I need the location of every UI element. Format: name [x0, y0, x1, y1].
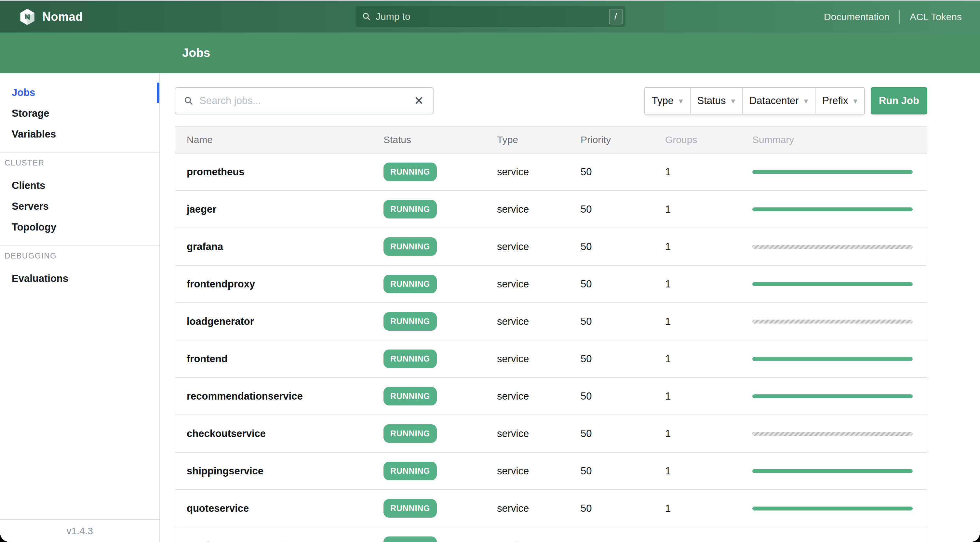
app-navbar: Nomad / Documentation ACL Tokens	[0, 1, 980, 32]
sidebar-item-label: Servers	[12, 200, 49, 212]
brand-name: Nomad	[42, 10, 83, 24]
facet-button-status[interactable]: Status▾	[690, 88, 742, 114]
sidebar-divider	[0, 152, 159, 153]
table-row[interactable]: quoteservice RUNNING service 50 1	[175, 490, 927, 528]
nav-link-acl-tokens[interactable]: ACL Tokens	[910, 11, 962, 22]
job-priority: 50	[569, 241, 654, 253]
job-groups: 1	[654, 391, 741, 402]
status-badge: RUNNING	[383, 387, 437, 405]
column-header-type[interactable]: Type	[485, 134, 569, 145]
job-type: service	[485, 316, 569, 327]
job-name[interactable]: jaeger	[175, 203, 372, 215]
nomad-logo-icon	[19, 8, 35, 25]
sidebar: JobsStorageVariables CLUSTERClientsServe…	[0, 73, 160, 542]
table-row[interactable]: frontend RUNNING service 50 1	[175, 340, 927, 378]
job-name[interactable]: productcatalogservice	[175, 540, 372, 542]
job-name[interactable]: prometheus	[175, 166, 372, 178]
status-badge: RUNNING	[383, 275, 437, 293]
job-priority: 50	[569, 353, 654, 365]
summary-bar	[752, 282, 913, 286]
page-title: Jobs	[182, 46, 210, 60]
sidebar-item-topology[interactable]: Topology	[0, 217, 159, 238]
job-priority: 50	[569, 203, 654, 215]
facet-button-prefix[interactable]: Prefix▾	[815, 88, 864, 114]
summary-bar	[752, 245, 913, 249]
table-row[interactable]: recommendationservice RUNNING service 50…	[175, 378, 927, 415]
sidebar-item-clients[interactable]: Clients	[0, 175, 159, 196]
status-badge: RUNNING	[383, 237, 437, 256]
job-priority: 50	[569, 391, 654, 402]
table-row[interactable]: productcatalogservice RUNNING service 50…	[175, 528, 927, 542]
table-row[interactable]: shippingservice RUNNING service 50 1	[175, 453, 927, 490]
job-groups: 1	[654, 278, 741, 290]
column-header-name[interactable]: Name	[175, 134, 372, 145]
job-priority: 50	[569, 316, 654, 327]
facet-label: Type	[652, 95, 674, 106]
sidebar-item-servers[interactable]: Servers	[0, 196, 159, 217]
job-groups: 1	[654, 203, 741, 215]
sidebar-section-label-debugging: DEBUGGING	[0, 251, 159, 261]
table-row[interactable]: loadgenerator RUNNING service 50 1	[175, 303, 927, 340]
summary-bar	[752, 394, 913, 398]
job-name[interactable]: quoteservice	[175, 503, 372, 514]
caret-down-icon: ▾	[853, 96, 858, 106]
status-badge: RUNNING	[383, 499, 437, 518]
job-type: service	[485, 465, 569, 477]
active-indicator	[157, 83, 159, 103]
table-row[interactable]: grafana RUNNING service 50 1	[175, 228, 927, 265]
job-priority: 50	[569, 278, 654, 290]
jobs-toolbar: ✕ Type▾Status▾Datacenter▾Prefix▾ Run Job	[175, 87, 927, 114]
sidebar-item-label: Jobs	[12, 87, 35, 99]
summary-bar	[752, 319, 913, 324]
column-header-priority[interactable]: Priority	[569, 134, 654, 145]
sidebar-item-variables[interactable]: Variables	[0, 124, 159, 145]
column-header-groups: Groups	[654, 134, 741, 145]
job-priority: 50	[569, 540, 654, 542]
job-name[interactable]: frontendproxy	[175, 278, 372, 290]
summary-bar	[752, 207, 913, 211]
search-icon	[362, 12, 371, 21]
facet-button-type[interactable]: Type▾	[645, 88, 690, 114]
table-row[interactable]: prometheus RUNNING service 50 1	[175, 153, 927, 191]
sidebar-item-label: Storage	[12, 108, 49, 119]
job-name[interactable]: grafana	[175, 241, 372, 253]
job-name[interactable]: recommendationservice	[175, 391, 372, 402]
table-row[interactable]: jaeger RUNNING service 50 1	[175, 191, 927, 228]
caret-down-icon: ▾	[731, 96, 735, 106]
run-job-button[interactable]: Run Job	[871, 87, 927, 114]
table-row[interactable]: frontendproxy RUNNING service 50 1	[175, 265, 927, 303]
nomad-home-link[interactable]: Nomad	[19, 8, 83, 25]
job-name[interactable]: frontend	[175, 353, 372, 365]
table-row[interactable]: checkoutservice RUNNING service 50 1	[175, 415, 927, 453]
job-type: service	[485, 540, 569, 542]
status-badge: RUNNING	[383, 162, 437, 181]
sidebar-item-jobs[interactable]: Jobs	[0, 82, 159, 103]
facet-label: Prefix	[822, 95, 848, 106]
job-name[interactable]: loadgenerator	[175, 316, 372, 327]
job-type: service	[485, 278, 569, 290]
clear-search-button[interactable]: ✕	[414, 95, 425, 106]
search-input[interactable]	[199, 95, 414, 106]
job-groups: 1	[654, 353, 741, 365]
summary-bar	[752, 469, 913, 473]
facet-button-datacenter[interactable]: Datacenter▾	[742, 88, 815, 114]
sidebar-item-storage[interactable]: Storage	[0, 103, 159, 124]
jump-to-input[interactable]	[375, 11, 609, 22]
job-type: service	[485, 428, 569, 440]
job-groups: 1	[654, 166, 741, 178]
sidebar-item-evaluations[interactable]: Evaluations	[0, 268, 159, 289]
nav-link-documentation[interactable]: Documentation	[824, 11, 889, 22]
job-groups: 1	[654, 503, 741, 514]
job-name[interactable]: shippingservice	[175, 465, 372, 477]
job-type: service	[485, 391, 569, 402]
sidebar-item-label: Variables	[12, 129, 56, 140]
job-name[interactable]: checkoutservice	[175, 428, 372, 440]
jump-to-search[interactable]: /	[355, 6, 625, 27]
column-header-status[interactable]: Status	[372, 134, 485, 145]
slash-shortcut-hint: /	[609, 9, 622, 24]
version-label: v1.4.3	[0, 519, 159, 542]
jobs-search-box[interactable]: ✕	[175, 87, 434, 114]
nav-links-separator	[899, 10, 900, 24]
status-badge: RUNNING	[383, 462, 437, 480]
status-badge: RUNNING	[383, 312, 437, 331]
